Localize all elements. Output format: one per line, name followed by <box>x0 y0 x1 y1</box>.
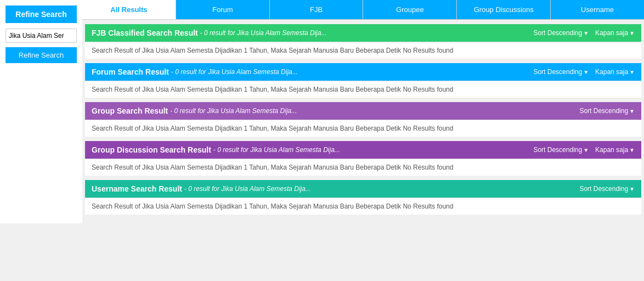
result-title-group-discussion: Group Discussion Search Result <box>92 145 211 154</box>
main-content: All ResultsForumFJBGroupeeGroup Discussi… <box>82 0 644 223</box>
result-title-group: Group Search Result <box>92 106 168 115</box>
chevron-down-icon: ▼ <box>583 147 589 153</box>
sort-button-forum[interactable]: Sort Descending ▼ <box>533 68 589 76</box>
result-section-group-discussion: Group Discussion Search Result- 0 result… <box>85 141 641 176</box>
chevron-down-icon: ▼ <box>629 30 635 36</box>
sidebar: Refine Search Refine Search <box>0 0 82 223</box>
sort-button-group[interactable]: Sort Descending ▼ <box>579 107 635 115</box>
tab-forum[interactable]: Forum <box>176 0 270 19</box>
result-title-username: Username Search Result <box>92 184 182 193</box>
result-header-group: Group Search Result- 0 result for Jika U… <box>85 102 641 120</box>
chevron-down-icon: ▼ <box>583 69 589 75</box>
result-header-forum: Forum Search Result- 0 result for Jika U… <box>85 63 641 81</box>
tab-fjb[interactable]: FJB <box>270 0 364 19</box>
search-input[interactable] <box>5 29 77 43</box>
result-header-fjb: FJB Classified Search Result- 0 result f… <box>85 24 641 42</box>
result-section-forum: Forum Search Result- 0 result for Jika U… <box>85 63 641 98</box>
chevron-down-icon: ▼ <box>629 108 635 114</box>
result-body-group: Search Result of Jika Usia Alam Semesta … <box>85 120 641 137</box>
kapan-button-forum[interactable]: Kapan saja ▼ <box>595 68 635 76</box>
result-title-forum: Forum Search Result <box>92 68 169 76</box>
result-header-group-discussion: Group Discussion Search Result- 0 result… <box>85 141 641 159</box>
result-subtitle-fjb: - 0 result for Jika Usia Alam Semesta Di… <box>200 29 327 37</box>
tab-username[interactable]: Username <box>551 0 644 19</box>
result-body-forum: Search Result of Jika Usia Alam Semesta … <box>85 81 641 98</box>
chevron-down-icon: ▼ <box>629 69 635 75</box>
result-header-username: Username Search Result- 0 result for Jik… <box>85 180 641 198</box>
tab-groupee[interactable]: Groupee <box>363 0 457 19</box>
chevron-down-icon: ▼ <box>629 186 635 192</box>
search-results: FJB Classified Search Result- 0 result f… <box>82 20 644 223</box>
chevron-down-icon: ▼ <box>583 30 589 36</box>
refine-search-button[interactable]: Refine Search <box>5 47 77 63</box>
result-subtitle-group: - 0 result for Jika Usia Alam Semesta Di… <box>170 107 297 115</box>
tab-bar: All ResultsForumFJBGroupeeGroup Discussi… <box>82 0 644 20</box>
sidebar-title: Refine Search <box>5 5 77 23</box>
tab-all-results[interactable]: All Results <box>82 0 176 19</box>
kapan-button-fjb[interactable]: Kapan saja ▼ <box>595 29 635 37</box>
sort-button-fjb[interactable]: Sort Descending ▼ <box>533 29 589 37</box>
sort-button-username[interactable]: Sort Descending ▼ <box>579 185 635 193</box>
result-section-fjb: FJB Classified Search Result- 0 result f… <box>85 24 641 59</box>
result-body-username: Search Result of Jika Usia Alam Semesta … <box>85 198 641 215</box>
result-subtitle-username: - 0 result for Jika Usia Alam Semesta Di… <box>184 185 311 193</box>
result-subtitle-group-discussion: - 0 result for Jika Usia Alam Semesta Di… <box>213 146 340 154</box>
kapan-button-group-discussion[interactable]: Kapan saja ▼ <box>595 146 635 154</box>
tab-group-discussions[interactable]: Group Discussions <box>457 0 551 19</box>
result-section-username: Username Search Result- 0 result for Jik… <box>85 180 641 215</box>
result-body-group-discussion: Search Result of Jika Usia Alam Semesta … <box>85 159 641 176</box>
result-title-fjb: FJB Classified Search Result <box>92 29 198 37</box>
result-subtitle-forum: - 0 result for Jika Usia Alam Semesta Di… <box>171 68 298 76</box>
chevron-down-icon: ▼ <box>629 147 635 153</box>
sort-button-group-discussion[interactable]: Sort Descending ▼ <box>533 146 589 154</box>
result-body-fjb: Search Result of Jika Usia Alam Semesta … <box>85 42 641 59</box>
result-section-group: Group Search Result- 0 result for Jika U… <box>85 102 641 137</box>
